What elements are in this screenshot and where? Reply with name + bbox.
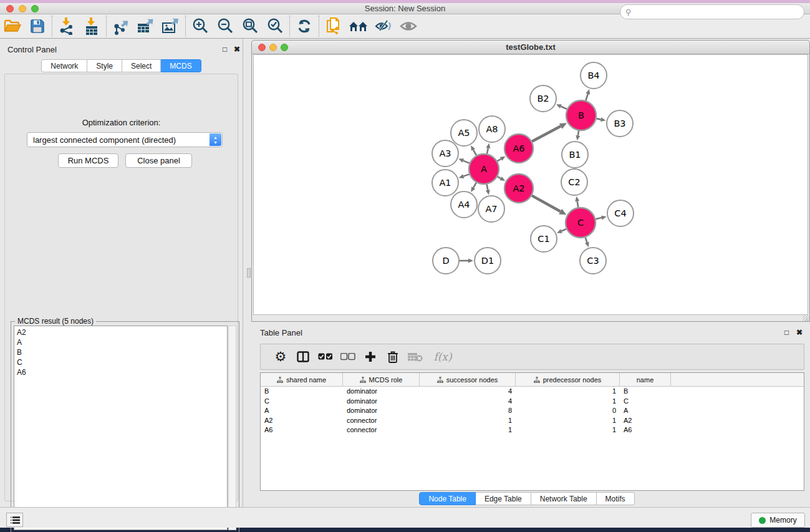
zoom-fit-button[interactable]: [238, 16, 263, 37]
tab-motifs[interactable]: Motifs: [597, 492, 635, 505]
import-table-button[interactable]: [79, 16, 104, 37]
result-item[interactable]: A6: [17, 367, 224, 377]
arrowhead-icon: [586, 89, 590, 95]
unchecked-boxes-icon: [340, 353, 355, 360]
tab-mcds[interactable]: MCDS: [161, 59, 201, 72]
result-item[interactable]: C: [17, 357, 224, 367]
cell-successor-nodes: 1: [420, 416, 516, 426]
float-panel-icon[interactable]: □: [223, 45, 227, 54]
table-row[interactable]: A2connector11A2: [261, 416, 804, 426]
table-row[interactable]: Adominator80A: [261, 406, 804, 416]
column-label: MCDS role: [369, 376, 403, 384]
toolbar-separator: [106, 16, 107, 37]
function-builder-button[interactable]: f(x): [427, 347, 459, 366]
toolbar-separator: [52, 16, 52, 37]
vertical-splitter-handle[interactable]: [247, 268, 251, 278]
edge-B-B2[interactable]: [561, 107, 567, 109]
node-label-B3: B3: [614, 118, 625, 128]
edge-A-A5[interactable]: [473, 150, 476, 155]
edge-A-A7[interactable]: [487, 185, 488, 190]
close-panel-button[interactable]: Close panel: [125, 153, 192, 168]
deselect-all-columns-button[interactable]: [337, 347, 359, 366]
column-header-predecessor-nodes[interactable]: predecessor nodes: [516, 373, 620, 387]
column-label: successor nodes: [446, 376, 498, 384]
delete-column-button[interactable]: [382, 347, 404, 366]
result-item[interactable]: B: [17, 347, 224, 357]
zoom-selected-button[interactable]: [263, 16, 287, 37]
tab-node-table[interactable]: Node Table: [419, 492, 476, 505]
table-close-icon[interactable]: ✖: [796, 328, 803, 337]
result-item[interactable]: A: [17, 337, 224, 347]
network-canvas[interactable]: B4B2BB3A5A8A6B1A3AC2A1A2A4A7C4CC1C3DD1: [253, 54, 808, 315]
zoom-out-button[interactable]: [213, 16, 238, 37]
edge-A2-C[interactable]: [532, 196, 561, 211]
export-table-button[interactable]: [133, 16, 158, 37]
run-mcds-button[interactable]: Run MCDS: [58, 153, 118, 168]
edge-B-B3[interactable]: [596, 118, 600, 120]
first-neighbors-button[interactable]: [346, 16, 371, 37]
import-network-button[interactable]: [54, 16, 79, 37]
close-panel-icon[interactable]: ✖: [234, 45, 240, 54]
table-row[interactable]: Bdominator41B: [261, 387, 804, 397]
edge-B-B4[interactable]: [586, 94, 587, 101]
edge-C-C3[interactable]: [586, 238, 587, 243]
clone-network-button[interactable]: [321, 16, 346, 37]
tree-icon: [277, 377, 283, 383]
search-input[interactable]: ⚲: [620, 4, 804, 19]
refresh-layout-button[interactable]: [292, 16, 317, 37]
result-scrollbar[interactable]: [228, 326, 236, 530]
settings-gear-button[interactable]: ⚙: [269, 347, 292, 366]
criterion-dropdown[interactable]: largest connected component (directed) ▲…: [27, 132, 223, 147]
cell-MCDS-role: dominator: [343, 397, 420, 407]
edge-A-A8[interactable]: [487, 148, 488, 153]
result-item[interactable]: A2: [17, 327, 224, 337]
select-all-columns-button[interactable]: [314, 347, 337, 366]
tab-style[interactable]: Style: [87, 59, 122, 72]
edge-A-A4[interactable]: [473, 183, 476, 188]
table-float-icon[interactable]: □: [784, 328, 789, 337]
edge-C-C2[interactable]: [577, 201, 578, 208]
column-header-successor-nodes[interactable]: successor nodes: [420, 373, 516, 387]
edge-A-A2[interactable]: [498, 177, 501, 178]
hide-selected-button[interactable]: [371, 16, 396, 37]
export-table-icon: [137, 17, 155, 35]
show-all-button[interactable]: [396, 16, 421, 37]
task-history-button[interactable]: [6, 513, 23, 527]
arrowhead-icon: [585, 241, 589, 247]
table-tabs: Node TableEdge TableNetwork TableMotifs: [244, 492, 810, 505]
export-network-button[interactable]: [108, 16, 133, 37]
open-file-button[interactable]: [0, 16, 25, 37]
delete-table-button[interactable]: [404, 347, 427, 366]
edge-C-C4[interactable]: [595, 218, 601, 219]
edge-B-B1[interactable]: [578, 131, 579, 136]
edge-A-A6[interactable]: [498, 159, 501, 162]
column-header-MCDS-role[interactable]: MCDS role: [343, 373, 420, 387]
network-window-titlebar[interactable]: testGlobe.txt: [252, 41, 809, 54]
table-row[interactable]: Cdominator41C: [261, 397, 804, 407]
edge-A-A3[interactable]: [463, 161, 470, 163]
zoom-fit-icon: [241, 17, 259, 35]
window-resize-grip[interactable]: [803, 315, 809, 321]
save-session-button[interactable]: [25, 16, 50, 37]
column-header-shared-name[interactable]: shared name: [261, 373, 343, 387]
table-row[interactable]: A6connector11A6: [261, 425, 804, 435]
edge-C-C1[interactable]: [561, 229, 566, 231]
tree-icon: [360, 377, 366, 383]
column-header-name[interactable]: name: [620, 373, 671, 387]
arrowhead-icon: [601, 216, 607, 220]
export-image-button[interactable]: [158, 16, 183, 37]
split-view-button[interactable]: [292, 347, 314, 366]
zoom-in-button[interactable]: [188, 16, 213, 37]
tab-edge-table[interactable]: Edge Table: [476, 492, 531, 505]
memory-button[interactable]: Memory: [751, 513, 805, 528]
node-label-C: C: [577, 218, 584, 228]
edge-A-A1[interactable]: [463, 174, 469, 176]
tab-select[interactable]: Select: [122, 59, 161, 72]
tab-network[interactable]: Network: [41, 59, 87, 72]
node-label-C2: C2: [568, 177, 580, 187]
mcds-result-list[interactable]: A2ABCA6: [14, 326, 228, 530]
edge-A6-B[interactable]: [532, 126, 561, 141]
tab-network-table[interactable]: Network Table: [531, 492, 597, 505]
add-column-button[interactable]: [359, 347, 382, 366]
toolbar-separator: [289, 16, 290, 37]
